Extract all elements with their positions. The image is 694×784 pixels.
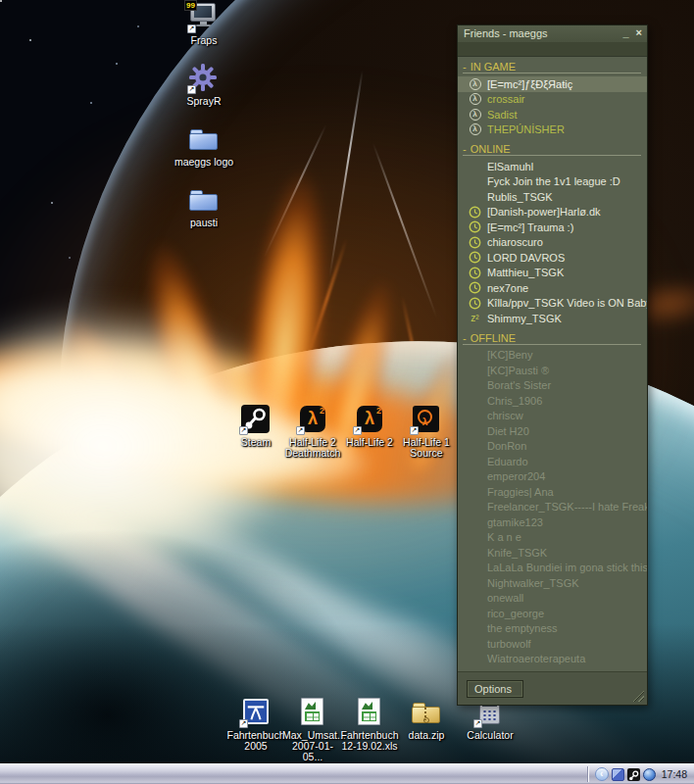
desktop-icon-pausti[interactable]: pausti — [169, 184, 239, 228]
friend-row[interactable]: nex7one — [458, 280, 647, 296]
wallpaper-stars — [0, 0, 2, 2]
friend-name: [Danish-power]Harlø.dk — [487, 206, 601, 218]
friend-row[interactable]: gtamike123 — [458, 514, 647, 530]
desktop-icon-fahrtenbuch-xls[interactable]: Fahrtenbuch 12-19.02.xls — [341, 697, 398, 762]
collapse-toggle-icon[interactable]: - — [463, 61, 467, 73]
friend-row[interactable]: the emptyness — [458, 621, 647, 637]
options-button[interactable]: Options — [467, 680, 523, 698]
ingame-status: λ — [469, 93, 481, 106]
shortcut-arrow-icon: ↗ — [473, 719, 482, 728]
friend-name: onewall — [487, 592, 523, 604]
desktop-icon-maeggs-logo[interactable]: maeggs logo — [169, 123, 239, 168]
offline-status — [469, 455, 481, 467]
friends-window-titlebar[interactable]: Friends - maeggs _ × — [458, 25, 647, 42]
collapse-toggle-icon[interactable]: - — [463, 332, 467, 344]
section-label: OFFLINE — [471, 332, 516, 344]
desktop-icon-max-umsat[interactable]: Max_Umsat... 2007-01-05... — [284, 697, 341, 762]
friend-row[interactable]: Borat's Sister — [458, 378, 647, 394]
close-button[interactable]: × — [636, 25, 642, 42]
away-status — [469, 297, 481, 310]
friend-row[interactable]: ElSamuhl — [458, 159, 647, 174]
friend-row[interactable]: rico_george — [458, 606, 647, 621]
friend-row[interactable]: Kîlla/ppv_TSGK Video is ON Baby 4 real !… — [458, 296, 647, 312]
friend-row[interactable]: Fraggies| Ana — [458, 484, 647, 500]
friend-name: turbowolf — [487, 638, 531, 650]
friend-row[interactable]: Eduardo — [458, 454, 647, 469]
friend-name: LORD DAVROS — [487, 252, 565, 264]
friend-row[interactable]: [KC]Beny — [458, 348, 647, 364]
friend-row[interactable]: λcrossair — [458, 92, 647, 108]
friend-row[interactable]: LORD DAVROS — [458, 250, 647, 266]
desktop-icon-label: pausti — [190, 218, 218, 228]
friends-toolbar-strip — [458, 42, 647, 57]
desktop-icon-data-zip[interactable]: data.zip — [398, 697, 455, 762]
away-status — [469, 281, 481, 294]
friend-row[interactable]: LaLaLa Bundiei im gona stick this way, L… — [458, 561, 647, 576]
friend-row[interactable]: [KC]Pausti ® — [458, 363, 647, 378]
friends-section-header-in-game[interactable]: -IN GAME — [463, 61, 641, 74]
hl1-icon: λ↗ — [410, 404, 443, 435]
zip-icon — [410, 697, 443, 728]
shortcut-arrow-icon: ↗ — [410, 426, 419, 435]
minimize-button[interactable]: _ — [622, 25, 628, 42]
section-label: IN GAME — [471, 61, 516, 73]
friend-row[interactable]: Chris_1906 — [458, 393, 647, 409]
offline-status — [469, 440, 481, 453]
friend-row[interactable]: λTHEPÚNİSHER — [458, 122, 647, 138]
steam-tray-icon[interactable] — [627, 768, 640, 781]
friend-row[interactable]: λSadist — [458, 107, 647, 122]
friend-row[interactable]: Knife_TSGK — [458, 545, 647, 561]
taskbar[interactable]: ‹ 17:48 — [0, 763, 694, 784]
hide-icons-chevron-icon[interactable]: ‹ — [595, 767, 609, 781]
folder-icon — [187, 184, 221, 216]
friend-row[interactable]: chriscw — [458, 409, 647, 424]
friends-section-header-offline[interactable]: -OFFLINE — [463, 332, 641, 345]
friend-row[interactable]: Freelancer_TSGK-----I hate Freaking POSE… — [458, 500, 647, 515]
friend-row[interactable]: Nightwalker_TSGK — [458, 575, 647, 591]
excel-file-icon — [301, 698, 323, 725]
friend-name: Sadist — [487, 109, 518, 121]
desktop-icon-sprayr[interactable]: ↗SprayR — [169, 63, 239, 107]
friend-row[interactable]: Wiatroaeroterapeuta — [458, 652, 647, 667]
friend-row[interactable]: emperor204 — [458, 469, 647, 485]
hl2-icon: λ2↗ — [353, 404, 386, 435]
collapse-toggle-icon[interactable]: - — [463, 143, 467, 155]
offline-status — [469, 424, 481, 437]
friend-row[interactable]: onewall — [458, 591, 647, 607]
friend-row[interactable]: chiaroscuro — [458, 235, 647, 251]
offline-status — [469, 637, 481, 650]
away-status — [469, 206, 481, 219]
friend-row[interactable]: [E=mc²] Trauma :) — [458, 220, 647, 235]
friends-window: Friends - maeggs _ × -IN GAMEλ[E=mc²]ƒξÐ… — [457, 24, 648, 706]
friend-name: Chris_1906 — [487, 395, 542, 407]
desktop-icon-fahrtenbuch-2005[interactable]: ↗Fahrtenbuch 2005 — [227, 697, 284, 762]
desktop-icon-calculator[interactable]: ↗Calculator — [462, 697, 519, 762]
friend-row[interactable]: Rublis_TSGK — [458, 189, 647, 205]
friend-row[interactable]: Diet H20 — [458, 423, 647, 439]
ingame-lambda-icon: λ — [470, 109, 481, 121]
offline-status — [469, 394, 481, 407]
desktop-icon-label: Max_Umsat... 2007-01-05... — [282, 730, 343, 762]
desktop-icon-half-life-2-deathmatch[interactable]: λ2↗Half-Life 2 Deathmatch — [284, 404, 341, 459]
offline-status — [469, 607, 481, 619]
friend-row[interactable]: DonRon — [458, 439, 647, 455]
messenger-tray-icon[interactable] — [612, 768, 624, 781]
friend-row[interactable]: Matthieu_TSGK — [458, 266, 647, 281]
friend-row[interactable]: turbowolf — [458, 636, 647, 652]
friends-section-header-online[interactable]: -ONLINE — [463, 143, 641, 156]
friend-row[interactable]: K a n e — [458, 530, 647, 546]
desktop-icon-steam[interactable]: ↗Steam — [227, 404, 284, 459]
friend-row[interactable]: [Danish-power]Harlø.dk — [458, 205, 647, 220]
desktop-icon-label: SprayR — [186, 96, 221, 107]
desktop-icon-half-life-2[interactable]: λ2↗Half-Life 2 — [341, 404, 398, 459]
offline-status — [469, 653, 481, 665]
friend-row[interactable]: λ[E=mc²]ƒξÐξЯaŧiç — [458, 76, 647, 92]
excel-icon — [296, 697, 329, 728]
desktop-icon-half-life-1-source[interactable]: λ↗Half-Life 1 Source — [398, 404, 455, 459]
friend-row[interactable]: z²Shimmy_TSGK — [458, 311, 647, 326]
blue-app-tray-icon[interactable] — [643, 768, 656, 781]
offline-status — [469, 562, 481, 574]
desktop-icon-fraps[interactable]: 99↗Fraps — [169, 2, 239, 46]
resize-grip[interactable] — [631, 689, 644, 702]
friend-row[interactable]: Fyck Join the 1v1 league :D — [458, 174, 647, 190]
